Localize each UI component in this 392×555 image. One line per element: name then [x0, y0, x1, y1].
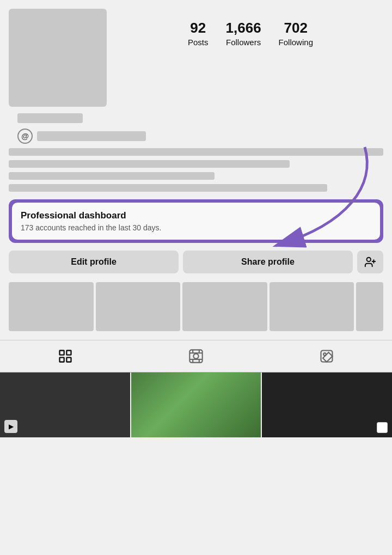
thumb-2[interactable] — [130, 373, 262, 437]
dashboard-border: Professional dashboard 173 accounts reac… — [9, 199, 383, 243]
svg-point-1 — [367, 258, 371, 261]
posts-count: 92 — [190, 20, 206, 36]
tab-tagged[interactable] — [318, 348, 335, 364]
avatar — [9, 9, 107, 107]
bio-line-4 — [9, 184, 327, 192]
profile-info: @ — [9, 113, 383, 144]
followers-stat[interactable]: 1,666 Followers — [226, 20, 261, 47]
bio-section — [0, 148, 392, 192]
edit-profile-button[interactable]: Edit profile — [9, 251, 179, 273]
highlight-4[interactable] — [270, 282, 354, 331]
svg-rect-4 — [60, 351, 64, 355]
svg-rect-6 — [60, 357, 64, 362]
highlight-1[interactable] — [9, 282, 94, 331]
svg-rect-5 — [66, 351, 71, 355]
threads-name-bar — [37, 131, 146, 141]
dashboard-card[interactable]: Professional dashboard 173 accounts reac… — [12, 203, 380, 240]
media-indicator — [377, 422, 388, 433]
add-person-button[interactable] — [357, 251, 383, 273]
tab-reels[interactable] — [188, 348, 204, 364]
svg-rect-7 — [66, 357, 71, 362]
thumb-3[interactable] — [262, 373, 392, 437]
highlight-5-partial[interactable] — [356, 282, 383, 331]
threads-row: @ — [17, 129, 375, 144]
grid-icon — [58, 349, 73, 364]
highlight-3[interactable] — [182, 282, 267, 331]
stats-section: 92 Posts 1,666 Followers 702 Following — [118, 9, 383, 47]
buttons-row: Edit profile Share profile — [0, 251, 392, 273]
dashboard-card-wrapper: Professional dashboard 173 accounts reac… — [0, 199, 392, 243]
threads-icon[interactable]: @ — [17, 129, 33, 144]
svg-point-9 — [193, 353, 198, 358]
reels-icon — [188, 349, 204, 364]
followers-label: Followers — [226, 38, 261, 47]
svg-rect-16 — [321, 351, 333, 362]
posts-stat[interactable]: 92 Posts — [188, 20, 209, 47]
bottom-strip: ▶ — [0, 372, 392, 437]
following-stat[interactable]: 702 Following — [279, 20, 313, 47]
profile-section: 92 Posts 1,666 Followers 702 Following @ — [0, 0, 392, 144]
dashboard-title: Professional dashboard — [21, 210, 371, 221]
share-profile-button[interactable]: Share profile — [183, 251, 353, 273]
highlights-row — [0, 282, 392, 331]
following-label: Following — [279, 38, 313, 47]
bio-line-3 — [9, 172, 215, 180]
tagged-icon — [319, 349, 334, 364]
tab-bar — [0, 340, 392, 372]
profile-top: 92 Posts 1,666 Followers 702 Following — [9, 9, 383, 107]
highlight-2[interactable] — [96, 282, 181, 331]
dashboard-subtitle: 173 accounts reached in the last 30 days… — [21, 223, 371, 232]
threads-symbol: @ — [21, 132, 29, 141]
add-person-icon — [364, 256, 376, 268]
following-count: 702 — [284, 20, 308, 36]
thumb-1[interactable]: ▶ — [0, 373, 130, 437]
followers-count: 1,666 — [226, 20, 261, 36]
svg-rect-8 — [189, 350, 202, 362]
posts-label: Posts — [188, 38, 209, 47]
tab-grid[interactable] — [57, 348, 74, 364]
bio-line-1 — [9, 148, 383, 156]
bio-line-2 — [9, 160, 290, 168]
reel-icon-1: ▶ — [4, 420, 17, 433]
username-bar — [17, 113, 83, 123]
